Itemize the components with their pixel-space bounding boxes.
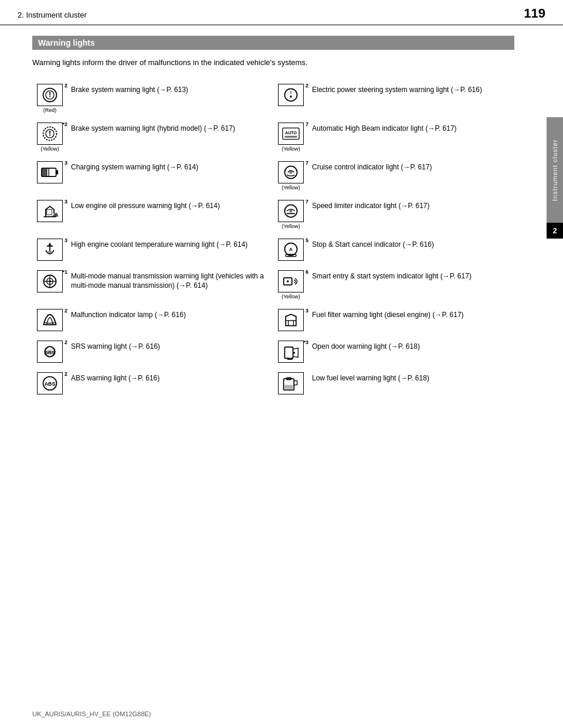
superscript: *1 [62, 269, 67, 275]
speed_limiter-icon [278, 200, 304, 222]
color-label: (Yellow) [282, 223, 300, 229]
item-description: Low fuel level warning light (→P. 618) [312, 372, 512, 383]
svg-point-43 [293, 352, 296, 354]
icon-col: *1, 3 [35, 239, 65, 261]
list-item: *1, 2ABSABS warning light (→P. 616) [32, 368, 273, 399]
header: 2. Instrument cluster 119 [0, 0, 563, 25]
item-description: Brake system warning light (→P. 613) [71, 84, 271, 95]
list-item: *4, 7AUTO(Yellow)Automatic High Beam ind… [273, 118, 514, 157]
item-description: Charging system warning light (→P. 614) [71, 161, 271, 172]
list-item: *1, 3Charging system warning light (→P. … [32, 157, 273, 195]
smart_entry-icon [278, 270, 304, 292]
intro-text: Warning lights inform the driver of malf… [32, 57, 514, 69]
superscript: *2 [62, 121, 67, 127]
superscript: *3 [303, 339, 308, 345]
list-item: *4, 7(Yellow)Cruise control indicator li… [273, 157, 514, 195]
color-label: (Red) [43, 107, 57, 113]
icon-col: *1, 3 [35, 161, 65, 183]
svg-text:A: A [289, 246, 293, 251]
warning-grid: *1, 2!(Red)Brake system warning light (→… [32, 79, 514, 399]
item-description: Open door warning light (→P. 618) [312, 341, 512, 352]
icon-col: *2!(Yellow) [35, 123, 65, 152]
item-description: Low engine oil pressure warning light (→… [71, 200, 271, 211]
list-item: *4, 6(Yellow)Smart entry & start system … [273, 266, 514, 304]
section-header: Warning lights [32, 36, 514, 50]
icon-col [276, 372, 306, 394]
icon-col: *1, 3 [276, 309, 306, 331]
auto_highbeam-icon: AUTO [278, 123, 304, 145]
list-item: *1, 2Malfunction indicator lamp (→P. 616… [32, 304, 273, 336]
page-wrapper: 2. Instrument cluster 119 Instrument clu… [0, 0, 563, 728]
svg-text:!: ! [290, 90, 292, 95]
icon-col: *4, 7(Yellow) [276, 200, 306, 229]
svg-point-19 [289, 171, 292, 174]
icon-col: *1 [35, 270, 65, 292]
svg-rect-17 [42, 168, 46, 175]
page-number: 119 [524, 6, 545, 21]
list-item: *1Multi-mode manual transmission warning… [32, 266, 273, 304]
list-item: *4, 5AOFFStop & Start cancel indicator (… [273, 234, 514, 266]
icon-col: *4, 5AOFF [276, 239, 306, 261]
chapter-number: 2 [547, 223, 563, 239]
svg-point-23 [289, 209, 292, 212]
header-section: 2. Instrument cluster [18, 11, 87, 19]
icon-col: *1, 2SRS [35, 341, 65, 363]
coolant-icon [37, 239, 63, 261]
list-item: *1, 2!Electric power steering system war… [273, 79, 514, 118]
list-item: *1, 3Fuel filter warning light (diesel e… [273, 304, 514, 336]
list-item: *1, 2!(Red)Brake system warning light (→… [32, 79, 273, 118]
item-description: Speed limiter indicator light (→P. 617) [312, 200, 512, 211]
brake_yellow-icon: ! [37, 123, 63, 145]
item-description: High engine coolant temperature warning … [71, 239, 271, 250]
eps-icon: ! [278, 84, 304, 106]
list-item: Low fuel level warning light (→P. 618) [273, 368, 514, 399]
svg-text:ABS: ABS [45, 380, 56, 386]
svg-point-36 [287, 280, 289, 283]
charging-icon [37, 161, 63, 183]
svg-rect-42 [284, 347, 293, 358]
color-label: (Yellow) [282, 294, 300, 300]
svg-text:OFF: OFF [289, 254, 294, 257]
color-label: (Yellow) [40, 146, 59, 152]
icon-col: *1, 2ABS [35, 372, 65, 394]
svg-rect-21 [47, 209, 52, 215]
item-description: Cruise control indicator light (→P. 617) [312, 161, 512, 172]
low_fuel-icon [278, 372, 304, 394]
stop_start-icon: AOFF [278, 239, 304, 261]
main-content: Warning lights Warning lights inform the… [0, 25, 547, 410]
srs-icon: SRS [37, 341, 63, 363]
icon-col: *4, 7(Yellow) [276, 161, 306, 190]
fuel_filter-icon [278, 309, 304, 331]
list-item: *3Open door warning light (→P. 618) [273, 336, 514, 368]
icon-col: *1, 3 [35, 200, 65, 222]
item-description: Stop & Start cancel indicator (→P. 616) [312, 239, 512, 250]
svg-text:SRS: SRS [45, 349, 55, 355]
oil-icon [37, 200, 63, 222]
list-item: *4, 7(Yellow)Speed limiter indicator lig… [273, 195, 514, 234]
item-description: Malfunction indicator lamp (→P. 616) [71, 309, 271, 320]
footer-text: UK_AURIS/AURIS_HV_EE (OM12G88E) [32, 710, 151, 717]
item-description: Brake system warning light (hybrid model… [71, 123, 271, 134]
list-item: *2!(Yellow)Brake system warning light (h… [32, 118, 273, 157]
item-description: Multi-mode manual transmission warning l… [71, 270, 271, 291]
list-item: *1, 3High engine coolant temperature war… [32, 234, 273, 266]
cruise-icon [278, 161, 304, 183]
svg-rect-47 [284, 385, 293, 389]
icon-col: *4, 6(Yellow) [276, 270, 306, 300]
item-description: Electric power steering system warning l… [312, 84, 512, 95]
brake_red-icon: ! [37, 84, 63, 106]
icon-col: *1, 2 [35, 309, 65, 331]
svg-text:!: ! [49, 130, 51, 138]
open_door-icon [278, 341, 304, 363]
color-label: (Yellow) [282, 146, 300, 152]
item-description: Automatic High Beam indicator light (→P.… [312, 123, 512, 134]
item-description: Fuel filter warning light (diesel engine… [312, 309, 512, 320]
svg-rect-14 [56, 170, 59, 174]
color-label: (Yellow) [282, 185, 300, 190]
svg-text:!: ! [49, 91, 51, 99]
item-description: SRS warning light (→P. 616) [71, 341, 271, 352]
transmission-icon [37, 270, 63, 292]
svg-text:AUTO: AUTO [285, 130, 297, 134]
item-description: ABS warning light (→P. 616) [71, 372, 271, 383]
svg-point-5 [290, 95, 292, 97]
